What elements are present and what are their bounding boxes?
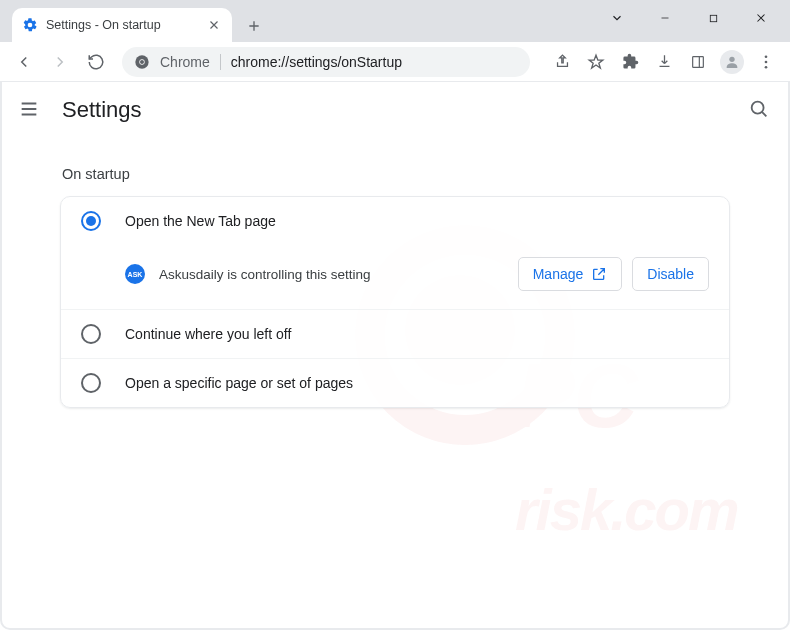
gear-icon (22, 17, 38, 33)
omnibox[interactable]: Chrome chrome://settings/onStartup (122, 47, 530, 77)
startup-options-card: Open the New Tab page ASK Askusdaily is … (60, 196, 730, 408)
option-label: Continue where you left off (125, 326, 291, 342)
minimize-button[interactable] (642, 0, 688, 36)
disable-extension-button[interactable]: Disable (632, 257, 709, 291)
hamburger-menu-button[interactable] (18, 98, 42, 122)
reload-button[interactable] (80, 46, 112, 78)
svg-point-5 (729, 56, 734, 61)
new-tab-button[interactable] (240, 12, 268, 40)
share-button[interactable] (546, 46, 578, 78)
profile-button[interactable] (716, 46, 748, 78)
extensions-button[interactable] (614, 46, 646, 78)
side-panel-button[interactable] (682, 46, 714, 78)
tab-title: Settings - On startup (46, 18, 198, 32)
svg-point-7 (765, 60, 768, 63)
startup-option-continue[interactable]: Continue where you left off (61, 309, 729, 358)
section-title: On startup (62, 166, 730, 182)
bookmark-button[interactable] (580, 46, 612, 78)
radio-unselected-icon[interactable] (81, 373, 101, 393)
svg-rect-0 (710, 15, 716, 21)
svg-point-3 (140, 60, 144, 64)
disable-label: Disable (647, 266, 694, 282)
startup-option-new-tab[interactable]: Open the New Tab page (61, 197, 729, 245)
close-window-button[interactable] (738, 0, 784, 36)
radio-selected-icon[interactable] (81, 211, 101, 231)
back-button[interactable] (8, 46, 40, 78)
page-title: Settings (62, 97, 142, 123)
omnibox-origin: Chrome (160, 54, 210, 70)
window-titlebar: Settings - On startup (0, 0, 790, 42)
omnibox-divider (220, 54, 221, 70)
omnibox-url: chrome://settings/onStartup (231, 54, 402, 70)
manage-extension-button[interactable]: Manage (518, 257, 623, 291)
forward-button[interactable] (44, 46, 76, 78)
option-label: Open a specific page or set of pages (125, 375, 353, 391)
svg-point-6 (765, 55, 768, 58)
svg-point-9 (752, 102, 764, 114)
settings-header: Settings (0, 82, 790, 138)
extension-control-notice: ASK Askusdaily is controlling this setti… (61, 245, 729, 309)
chrome-icon (134, 54, 150, 70)
kebab-menu-button[interactable] (750, 46, 782, 78)
svg-rect-4 (693, 56, 704, 67)
tab-search-button[interactable] (594, 0, 640, 36)
search-button[interactable] (748, 98, 772, 122)
svg-point-8 (765, 65, 768, 68)
radio-unselected-icon[interactable] (81, 324, 101, 344)
downloads-button[interactable] (648, 46, 680, 78)
option-label: Open the New Tab page (125, 213, 276, 229)
startup-option-specific-pages[interactable]: Open a specific page or set of pages (61, 358, 729, 407)
extension-message: Askusdaily is controlling this setting (159, 267, 504, 282)
avatar-icon (720, 50, 744, 74)
settings-content: On startup Open the New Tab page ASK Ask… (0, 138, 790, 418)
window-controls (594, 0, 784, 36)
external-link-icon (591, 266, 607, 282)
manage-label: Manage (533, 266, 584, 282)
tab-close-button[interactable] (206, 17, 222, 33)
extension-badge-icon: ASK (125, 264, 145, 284)
maximize-button[interactable] (690, 0, 736, 36)
browser-toolbar: Chrome chrome://settings/onStartup (0, 42, 790, 82)
browser-tab[interactable]: Settings - On startup (12, 8, 232, 42)
